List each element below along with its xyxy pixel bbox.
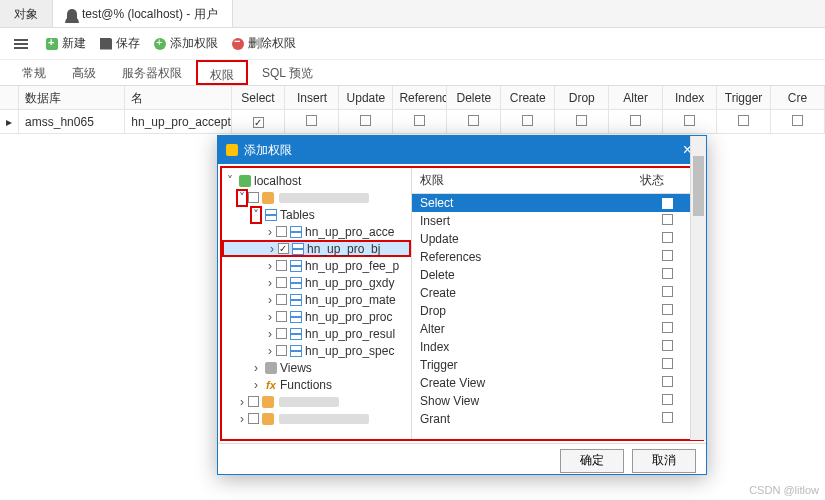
tree-checkbox[interactable] — [276, 311, 287, 322]
tree-item[interactable]: hn_up_pro_spec — [305, 344, 394, 358]
menu-icon[interactable] — [10, 35, 32, 53]
expand-icon[interactable]: › — [264, 259, 276, 273]
chk-drop[interactable] — [576, 115, 587, 126]
col-trigger[interactable]: Trigger — [717, 86, 771, 109]
perm-row[interactable]: Create — [412, 284, 702, 302]
chk-delete[interactable] — [468, 115, 479, 126]
tree-functions[interactable]: Functions — [280, 378, 332, 392]
col-update[interactable]: Update — [339, 86, 393, 109]
tree-tables[interactable]: Tables — [280, 208, 315, 222]
dialog-scrollbar[interactable] — [690, 136, 706, 440]
save-button[interactable]: 保存 — [100, 35, 140, 52]
dialog-titlebar[interactable]: 添加权限 × — [218, 136, 706, 164]
col-select[interactable]: Select — [232, 86, 286, 109]
perm-row[interactable]: References — [412, 248, 702, 266]
perm-row[interactable]: Show View — [412, 392, 702, 410]
col-references[interactable]: References — [393, 86, 447, 109]
subtab-sql-preview[interactable]: SQL 预览 — [250, 60, 325, 85]
cancel-button[interactable]: 取消 — [632, 449, 696, 473]
expand-icon[interactable]: › — [266, 242, 278, 256]
perm-row[interactable]: Delete — [412, 266, 702, 284]
perm-checkbox[interactable] — [662, 322, 673, 333]
perm-checkbox[interactable] — [662, 214, 673, 225]
tree-checkbox[interactable] — [276, 294, 287, 305]
expand-icon[interactable]: ˅ — [250, 206, 262, 224]
new-button[interactable]: 新建 — [46, 35, 86, 52]
subtab-server-priv[interactable]: 服务器权限 — [110, 60, 194, 85]
perm-checkbox[interactable] — [662, 232, 673, 243]
col-db[interactable]: 数据库 — [19, 86, 125, 109]
perm-row[interactable]: Grant — [412, 410, 702, 428]
col-create[interactable]: Create — [501, 86, 555, 109]
chk-index[interactable] — [684, 115, 695, 126]
perm-row[interactable]: Trigger — [412, 356, 702, 374]
perm-checkbox[interactable] — [662, 394, 673, 405]
col-name[interactable]: 名 — [125, 86, 231, 109]
subtab-priv[interactable]: 权限 — [196, 60, 248, 85]
perm-row[interactable]: Update — [412, 230, 702, 248]
subtab-general[interactable]: 常规 — [10, 60, 58, 85]
col-insert[interactable]: Insert — [285, 86, 339, 109]
perm-checkbox[interactable] — [662, 268, 673, 279]
expand-icon[interactable]: › — [264, 293, 276, 307]
tree-checkbox[interactable] — [276, 328, 287, 339]
expand-icon[interactable]: ˅ — [236, 189, 248, 207]
chk-trigger[interactable] — [738, 115, 749, 126]
tree-checkbox[interactable] — [276, 345, 287, 356]
expand-icon[interactable]: › — [236, 412, 248, 426]
grid-row[interactable]: ▸ amss_hn065 hn_up_pro_accept — [0, 110, 825, 134]
perm-checkbox[interactable] — [662, 376, 673, 387]
tree-checkbox[interactable] — [278, 243, 289, 254]
perm-row[interactable]: Insert — [412, 212, 702, 230]
chk-references[interactable] — [414, 115, 425, 126]
tree-checkbox[interactable] — [276, 226, 287, 237]
chk-update[interactable] — [360, 115, 371, 126]
tree-checkbox[interactable] — [248, 413, 259, 424]
tree-checkbox[interactable] — [276, 260, 287, 271]
chk-insert[interactable] — [306, 115, 317, 126]
tree-root[interactable]: localhost — [254, 174, 301, 188]
col-drop[interactable]: Drop — [555, 86, 609, 109]
col-index[interactable]: Index — [663, 86, 717, 109]
perm-row[interactable]: Create View — [412, 374, 702, 392]
expand-icon[interactable]: › — [236, 395, 248, 409]
tree-views[interactable]: Views — [280, 361, 312, 375]
tree-checkbox[interactable] — [248, 192, 259, 203]
col-delete[interactable]: Delete — [447, 86, 501, 109]
tree-checkbox[interactable] — [276, 277, 287, 288]
expand-icon[interactable]: › — [264, 310, 276, 324]
subtab-advanced[interactable]: 高级 — [60, 60, 108, 85]
perm-checkbox[interactable] — [662, 358, 673, 369]
tree-item[interactable]: hn_up_pro_proc — [305, 310, 392, 324]
chk-alter[interactable] — [630, 115, 641, 126]
tree-item[interactable]: hn_up_pro_acce — [305, 225, 394, 239]
col-cr[interactable]: Cre — [771, 86, 825, 109]
scrollbar-thumb[interactable] — [693, 156, 704, 216]
expand-icon[interactable]: ˅ — [224, 174, 236, 188]
ok-button[interactable]: 确定 — [560, 449, 624, 473]
perm-checkbox[interactable] — [662, 250, 673, 261]
tree-item[interactable]: hn_up_pro_resul — [305, 327, 395, 341]
chk-create[interactable] — [522, 115, 533, 126]
chk-cr[interactable] — [792, 115, 803, 126]
tab-object[interactable]: 对象 — [0, 0, 53, 27]
expand-icon[interactable]: › — [250, 378, 262, 392]
expand-icon[interactable]: › — [264, 327, 276, 341]
perm-row[interactable]: Alter — [412, 320, 702, 338]
expand-icon[interactable]: › — [264, 344, 276, 358]
expand-icon[interactable]: › — [264, 276, 276, 290]
tree-checkbox[interactable] — [248, 396, 259, 407]
expand-icon[interactable]: › — [250, 361, 262, 375]
tab-user[interactable]: test@% (localhost) - 用户 — [53, 0, 233, 27]
perm-row[interactable]: Drop — [412, 302, 702, 320]
add-priv-button[interactable]: 添加权限 — [154, 35, 218, 52]
perm-checkbox[interactable] — [662, 340, 673, 351]
del-priv-button[interactable]: 删除权限 — [232, 35, 296, 52]
expand-icon[interactable]: › — [264, 225, 276, 239]
tree-item[interactable]: hn_up_pro_mate — [305, 293, 396, 307]
tree-item[interactable]: hn_up_pro_gxdy — [305, 276, 394, 290]
chk-select[interactable] — [253, 117, 264, 128]
perm-checkbox[interactable] — [662, 304, 673, 315]
perm-row[interactable]: Index — [412, 338, 702, 356]
perm-checkbox[interactable] — [662, 198, 673, 209]
